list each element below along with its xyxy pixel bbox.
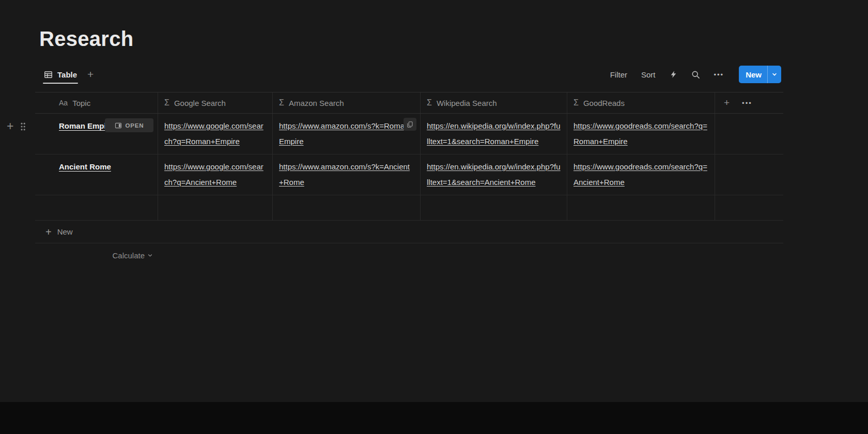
table-row-ancient-rome: Ancient Rome https://www.google.com/sear… xyxy=(35,154,783,195)
calculate-label: Calculate xyxy=(112,251,145,260)
new-button[interactable]: New xyxy=(739,66,781,83)
filter-button[interactable]: Filter xyxy=(610,70,627,79)
row-hover-controls: + xyxy=(7,119,26,133)
cell-wikipedia-search: https://en.wikipedia.org/w/index.php?ful… xyxy=(421,154,567,195)
table-view-icon xyxy=(44,70,53,79)
cell-topic[interactable]: Roman Empire OPEN xyxy=(35,114,158,154)
cell-goodreads: https://www.goodreads.com/search?q=Ancie… xyxy=(567,154,715,195)
cell-google-search xyxy=(158,195,273,220)
cell-wikipedia-search xyxy=(421,195,567,220)
chevron-down-icon xyxy=(771,71,778,78)
cell-amazon-search: https://www.amazon.com/s?k=Ancient+Rome xyxy=(273,154,421,195)
formula-type-icon: Σ xyxy=(427,98,432,107)
page-title: Research xyxy=(0,0,868,51)
open-row-button[interactable]: OPEN xyxy=(105,118,153,132)
column-header-google-search[interactable]: Σ Google Search xyxy=(158,92,273,113)
cell-empty xyxy=(715,114,783,154)
calculate-button[interactable]: Calculate xyxy=(35,243,158,260)
bottom-edge xyxy=(0,402,868,434)
cell-amazon-search xyxy=(273,195,421,220)
new-dropdown-button[interactable] xyxy=(767,66,781,83)
amazon-search-link[interactable]: https://www.amazon.com/s?k=Ancient+Rome xyxy=(279,162,410,187)
wikipedia-search-link[interactable]: https://en.wikipedia.org/w/index.php?ful… xyxy=(427,162,561,187)
amazon-search-link[interactable]: https://www.amazon.com/s?k=Roman+Empire xyxy=(279,121,413,146)
formula-type-icon: Σ xyxy=(279,98,284,107)
add-column-button[interactable]: + xyxy=(724,97,730,109)
cell-google-search: https://www.google.com/search?q=Roman+Em… xyxy=(158,114,273,154)
cell-goodreads xyxy=(567,195,715,220)
add-view-button[interactable]: + xyxy=(87,69,94,80)
column-header-controls: + ••• xyxy=(715,92,783,113)
notion-database-page: Research Table + Filter Sort xyxy=(0,0,868,434)
database-table: Aa Topic Σ Google Search Σ Amazon Search… xyxy=(35,92,783,260)
add-row-button[interactable]: + xyxy=(7,119,13,133)
column-header-amazon-search[interactable]: Σ Amazon Search xyxy=(273,92,421,113)
cell-empty xyxy=(715,154,783,195)
cell-amazon-search: https://www.amazon.com/s?k=Roman+Empire xyxy=(273,114,421,154)
cell-topic[interactable] xyxy=(35,195,158,220)
table-options-button[interactable]: ••• xyxy=(742,99,752,107)
view-toolbar: Table + Filter Sort ••• New xyxy=(44,64,781,85)
chevron-down-icon xyxy=(147,253,153,258)
google-search-link[interactable]: https://www.google.com/search?q=Ancient+… xyxy=(164,162,264,187)
google-search-link[interactable]: https://www.google.com/search?q=Roman+Em… xyxy=(164,121,264,146)
copy-value-button[interactable] xyxy=(404,118,416,131)
automations-bolt-icon[interactable] xyxy=(670,70,677,79)
goodreads-link[interactable]: https://www.goodreads.com/search?q=Roman… xyxy=(574,121,707,146)
cell-empty xyxy=(715,195,783,220)
wikipedia-search-link[interactable]: https://en.wikipedia.org/w/index.php?ful… xyxy=(427,121,561,146)
tab-table-view[interactable]: Table xyxy=(44,70,77,79)
column-header-goodreads[interactable]: Σ GoodReads xyxy=(567,92,715,113)
sort-button[interactable]: Sort xyxy=(641,70,656,79)
side-peek-icon xyxy=(115,122,122,129)
table-row-empty[interactable] xyxy=(35,195,783,221)
plus-icon: + xyxy=(45,228,52,236)
view-tabs: Table + xyxy=(44,69,94,80)
toolbar-actions: Filter Sort ••• New xyxy=(610,66,781,83)
open-row-label: OPEN xyxy=(126,118,144,133)
table-header-row: Aa Topic Σ Google Search Σ Amazon Search… xyxy=(35,92,783,114)
cell-google-search: https://www.google.com/search?q=Ancient+… xyxy=(158,154,273,195)
new-button-label[interactable]: New xyxy=(739,66,767,83)
drag-handle-icon[interactable] xyxy=(20,122,26,131)
formula-type-icon: Σ xyxy=(574,98,579,107)
new-row-label: New xyxy=(57,227,73,236)
goodreads-link[interactable]: https://www.goodreads.com/search?q=Ancie… xyxy=(574,162,707,187)
column-header-wikipedia-search[interactable]: Σ Wikipedia Search xyxy=(421,92,567,113)
search-icon[interactable] xyxy=(691,70,700,79)
table-row-roman-empire: Roman Empire OPEN https://www.google.com… xyxy=(35,114,783,154)
cell-topic[interactable]: Ancient Rome xyxy=(35,154,158,195)
column-header-topic[interactable]: Aa Topic xyxy=(35,92,158,113)
new-row-button[interactable]: + New xyxy=(35,221,783,243)
formula-type-icon: Σ xyxy=(164,98,169,107)
more-options-button[interactable]: ••• xyxy=(714,71,724,79)
cell-wikipedia-search: https://en.wikipedia.org/w/index.php?ful… xyxy=(421,114,567,154)
text-type-icon: Aa xyxy=(59,99,68,107)
cell-goodreads: https://www.goodreads.com/search?q=Roman… xyxy=(567,114,715,154)
copy-icon xyxy=(407,121,413,128)
tab-table-label: Table xyxy=(57,70,77,79)
